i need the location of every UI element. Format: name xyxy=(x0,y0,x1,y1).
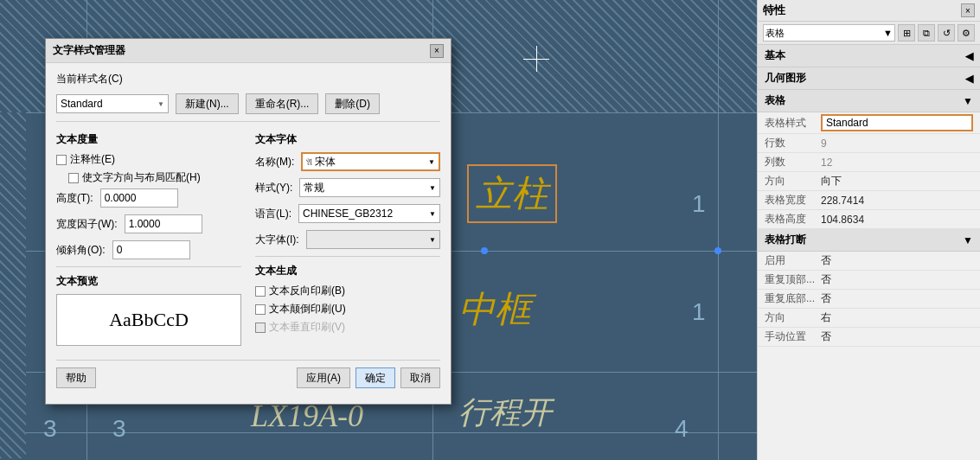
section-table-break[interactable]: 表格打断 ▼ xyxy=(758,229,980,252)
updown-row: 文本颠倒印刷(U) xyxy=(255,302,440,316)
font-style-label: 样式(Y): xyxy=(255,181,292,195)
language-row: 语言(L): CHINESE_GB2312 ▼ xyxy=(255,204,440,223)
dialog-close-btn[interactable]: × xyxy=(430,44,444,58)
annotative-checkbox[interactable] xyxy=(56,155,67,165)
font-style-select[interactable]: 常规 ▼ xyxy=(299,178,440,197)
section-basic-arrow: ◀ xyxy=(965,50,973,62)
font-section-label: 文本字体 xyxy=(255,132,440,147)
panel-close-btn[interactable]: × xyxy=(961,3,975,17)
prop-type-label: 表格 xyxy=(765,27,785,40)
style-name-value: Standard xyxy=(61,98,103,110)
prop-row-repeat-top: 重复顶部... 否 xyxy=(758,271,980,290)
bigfont-arrow: ▼ xyxy=(429,236,436,244)
height-input[interactable] xyxy=(100,188,178,208)
oblique-label: 倾斜角(O): xyxy=(56,243,106,258)
number-4: 4 xyxy=(675,415,689,443)
section-table-break-arrow: ▼ xyxy=(963,234,973,246)
prop-body: 基本 ◀ 几何图形 ◀ 表格 ▼ 表格样式 Standard 行数 9 列数 1… xyxy=(758,45,980,460)
prop-value-width: 228.7414 xyxy=(821,195,973,207)
preview-section-label: 文本预览 xyxy=(56,274,241,289)
left-col: 文本度量 注释性(E) 使文字方向与布局匹配(H) 高度(T): 宽 xyxy=(56,129,241,353)
language-select[interactable]: CHINESE_GB2312 ▼ xyxy=(298,204,440,223)
prop-type-dropdown[interactable]: 表格 ▼ xyxy=(763,24,895,42)
prop-label-dir: 方向 xyxy=(765,310,821,325)
section-basic[interactable]: 基本 ◀ xyxy=(758,45,980,67)
prop-label-cols: 列数 xyxy=(765,155,821,169)
btn-apply[interactable]: 应用(A) xyxy=(297,367,350,388)
oblique-row: 倾斜角(O): xyxy=(56,240,241,259)
number-3-left: 3 xyxy=(43,415,57,443)
section-table-arrow: ▼ xyxy=(963,95,973,107)
prop-label-enabled: 启用 xyxy=(765,253,821,268)
prop-icon-2[interactable]: ⧉ xyxy=(918,24,935,42)
prop-icon-4[interactable]: ⚙ xyxy=(958,24,975,42)
style-name-select[interactable]: Standard ▼ xyxy=(56,94,169,113)
section-geometry-label: 几何图形 xyxy=(765,71,806,86)
match-layout-checkbox[interactable] xyxy=(68,173,79,183)
height-label: 高度(T): xyxy=(56,191,93,206)
font-style-arrow: ▼ xyxy=(429,184,436,192)
text-size-section-label: 文本度量 xyxy=(56,132,241,147)
prop-value-style[interactable]: Standard xyxy=(821,114,973,131)
prop-value-direction: 向下 xyxy=(821,174,973,188)
font-name-select[interactable]: 𝔄 宋体 ▼ xyxy=(301,152,440,171)
font-style-row: 样式(Y): 常规 ▼ xyxy=(255,178,440,197)
btn-rename[interactable]: 重命名(R)... xyxy=(246,93,319,114)
updown-checkbox[interactable] xyxy=(255,304,266,315)
backwards-checkbox[interactable] xyxy=(255,286,266,297)
prop-label-repeat-bottom: 重复底部... xyxy=(765,291,821,306)
section-geometry[interactable]: 几何图形 ◀ xyxy=(758,67,980,90)
match-layout-row: 使文字方向与布局匹配(H) xyxy=(68,170,241,185)
prop-value-repeat-bottom: 否 xyxy=(821,291,973,306)
prop-row-rows: 行数 9 xyxy=(758,134,980,153)
section-geometry-arrow: ◀ xyxy=(965,73,973,85)
prop-row-cols: 列数 12 xyxy=(758,153,980,172)
bigfont-select: ▼ xyxy=(306,230,440,249)
oblique-input[interactable] xyxy=(112,240,190,259)
section-table-break-label: 表格打断 xyxy=(765,233,806,247)
prop-label-manual: 手动位置 xyxy=(765,329,821,344)
btn-delete[interactable]: 删除(D) xyxy=(325,93,380,114)
btn-new[interactable]: 新建(N)... xyxy=(176,93,239,114)
prop-value-dir: 右 xyxy=(821,310,973,325)
separator-preview xyxy=(56,266,241,267)
number-1-top: 1 xyxy=(692,190,706,218)
generation-section-label: 文本生成 xyxy=(255,264,440,278)
btn-help[interactable]: 帮助 xyxy=(56,367,96,388)
number-1-bottom: 1 xyxy=(692,298,706,326)
backwards-label: 文本反向印刷(B) xyxy=(269,284,345,298)
btn-cancel[interactable]: 取消 xyxy=(400,367,440,388)
btn-ok[interactable]: 确定 xyxy=(355,367,395,388)
prop-label-width: 表格宽度 xyxy=(765,193,821,208)
dialog-titlebar: 文字样式管理器 × xyxy=(46,39,451,63)
height-row: 高度(T): xyxy=(56,188,241,208)
backwards-row: 文本反向印刷(B) xyxy=(255,284,440,298)
vertical-row: 文本垂直印刷(V) xyxy=(255,320,440,335)
language-arrow: ▼ xyxy=(429,210,436,218)
prop-row-style: 表格样式 Standard xyxy=(758,112,980,134)
preview-text: AaBbCcD xyxy=(109,309,189,331)
style-controls-row: Standard ▼ 新建(N)... 重命名(R)... 删除(D) xyxy=(56,93,440,114)
prop-value-repeat-top: 否 xyxy=(821,272,973,287)
right-panel: 特性 × 表格 ▼ ⊞ ⧉ ↺ ⚙ 基本 ◀ 几何图形 ◀ 表格 ▼ xyxy=(757,0,980,460)
prop-icon-1[interactable]: ⊞ xyxy=(898,24,915,42)
selection-dot-1 xyxy=(481,247,488,254)
selection-dot-2 xyxy=(714,247,721,254)
section-table-label: 表格 xyxy=(765,93,785,108)
separator-bottom xyxy=(56,360,440,361)
prop-icon-3[interactable]: ↺ xyxy=(938,24,955,42)
vertical-checkbox[interactable] xyxy=(255,323,266,333)
annotative-label: 注释性(E) xyxy=(70,152,115,167)
width-factor-row: 宽度因子(W): xyxy=(56,214,241,233)
prop-value-cols: 12 xyxy=(821,157,973,169)
prop-row-enabled: 启用 否 xyxy=(758,252,980,271)
current-style-label: 当前样式名(C) xyxy=(56,72,123,86)
bigfont-row: 大字体(I): ▼ xyxy=(255,230,440,249)
font-name-value: 宋体 xyxy=(315,155,336,169)
section-table[interactable]: 表格 ▼ xyxy=(758,90,980,112)
vertical-label: 文本垂直印刷(V) xyxy=(269,320,345,335)
style-select-arrow: ▼ xyxy=(157,100,164,108)
width-factor-input[interactable] xyxy=(125,214,202,233)
prop-toolbar: 表格 ▼ ⊞ ⧉ ↺ ⚙ xyxy=(758,22,980,45)
prop-row-repeat-bottom: 重复底部... 否 xyxy=(758,290,980,309)
